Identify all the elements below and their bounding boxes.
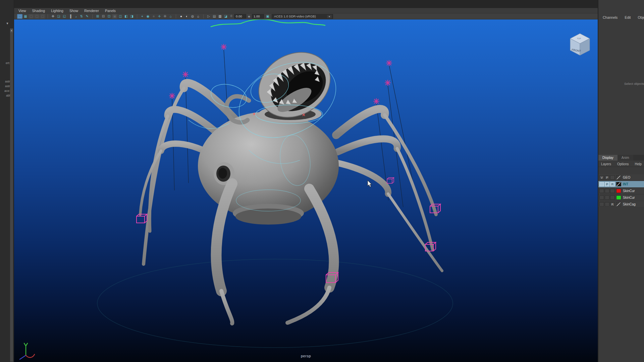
toolbar-icon[interactable]: ❊ — [162, 14, 168, 19]
toolbar-icon[interactable]: ◨ — [129, 14, 135, 19]
toolbar-icon[interactable]: ▥ — [217, 14, 223, 19]
layer-playback-toggle[interactable]: P — [605, 175, 609, 180]
menu-object[interactable]: Object — [638, 15, 644, 19]
exposure-field[interactable]: 0.00 — [234, 14, 246, 18]
menu-edit[interactable]: Edit — [625, 15, 631, 19]
menu-channels[interactable]: Channels — [603, 15, 618, 19]
toolbar-icon[interactable]: ▢ — [40, 14, 45, 19]
menu-lighting[interactable]: Lighting — [48, 9, 66, 13]
layer-displaytype-toggle[interactable] — [610, 195, 615, 200]
ground-control-circle[interactable] — [97, 259, 453, 348]
gamma-field[interactable]: 1.00 — [252, 14, 264, 18]
mouse-cursor — [368, 180, 372, 187]
toolbar-icon[interactable]: ✎ — [85, 14, 90, 19]
layer-name[interactable]: SkinCag — [623, 202, 636, 206]
layer-displaytype-toggle[interactable] — [610, 175, 615, 180]
layer-name[interactable]: SkinCur — [623, 189, 635, 193]
toolbar-icon[interactable]: ⟐ — [230, 14, 232, 18]
layer-color-swatch[interactable] — [616, 182, 621, 186]
menu-help[interactable]: Help — [635, 162, 642, 166]
chevron-down-icon[interactable]: ▼ — [3, 21, 11, 26]
perspective-viewport[interactable]: FRONT TOP persp — [14, 19, 598, 362]
left-panel-scrollbar[interactable]: ▲ — [10, 28, 13, 362]
channel-box-menubar: Channels Edit Object — [598, 15, 644, 19]
colorspace-icon[interactable]: ▣ — [265, 14, 270, 19]
toolbar-icon[interactable]: ◉ — [145, 14, 151, 19]
left-cropped-panel: ▼ ▲ ert: astr astr ace: abl — [0, 0, 14, 362]
layer-displaytype-toggle[interactable] — [610, 189, 615, 193]
view-cube[interactable]: FRONT TOP — [570, 34, 590, 55]
toolbar-icon[interactable]: ◈ — [248, 15, 250, 18]
menu-panels[interactable]: Panels — [102, 9, 119, 13]
scroll-up-icon[interactable]: ▲ — [10, 28, 13, 33]
toolbar-icon[interactable]: ◪ — [223, 14, 228, 19]
layer-row-geo[interactable]: V P GEO — [598, 174, 644, 181]
toolbar-icon[interactable]: ○ — [151, 14, 156, 19]
toolbar-icon[interactable]: ◐ — [184, 14, 190, 19]
toolbar-icon[interactable]: ▢ — [34, 14, 40, 19]
layer-color-swatch[interactable] — [616, 195, 621, 200]
tab-anim[interactable]: Anim — [618, 155, 633, 161]
toolbar-icon[interactable]: ◧ — [123, 14, 129, 19]
toolbar-icon[interactable]: ⟓ — [73, 14, 78, 19]
menu-shading[interactable]: Shading — [29, 9, 48, 13]
layer-row-int[interactable]: P R INT — [598, 181, 644, 188]
layer-displaytype-toggle[interactable]: R — [610, 182, 615, 186]
toolbar-icon[interactable]: ⬚ — [17, 14, 22, 19]
layer-row-skincur-red[interactable]: SkinCur — [598, 188, 644, 194]
layer-row-skincur-green[interactable]: SkinCur — [598, 194, 644, 201]
toolbar-icon[interactable]: ⊡ — [106, 14, 112, 19]
toolbar-icon[interactable]: ⊟ — [101, 14, 106, 19]
layer-name[interactable]: INT — [623, 182, 628, 186]
toolbar-icon[interactable]: ✛ — [157, 14, 162, 19]
panel-menubar: View Shading Lighting Show Renderer Pane… — [14, 8, 598, 13]
toolbar-icon[interactable]: ▢ — [29, 14, 34, 19]
layer-name[interactable]: GEO — [623, 176, 630, 179]
toolbar-icon-group: ▷▤▥◪ — [206, 14, 228, 19]
toolbar-icon[interactable]: ⌂ — [196, 14, 201, 19]
layer-playback-toggle[interactable] — [605, 189, 609, 193]
toolbar-icon[interactable]: ▷ — [206, 14, 211, 19]
menu-options[interactable]: Options — [617, 162, 629, 166]
toolbar-icon[interactable]: ✥ — [50, 14, 56, 19]
tab-display[interactable]: Display — [598, 155, 618, 161]
camera-name-label: persp — [301, 354, 311, 358]
toolbar-icon[interactable]: ◫ — [118, 14, 123, 19]
cropped-text: ace: — [0, 89, 10, 93]
layer-row-skincag[interactable]: R SkinCag — [598, 201, 644, 208]
toolbar-icon[interactable]: ● — [178, 14, 184, 19]
layer-playback-toggle[interactable] — [605, 195, 609, 200]
toolbar-icon[interactable]: ▦ — [23, 14, 28, 19]
toolbar-icon[interactable]: ◱ — [62, 14, 67, 19]
view-transform-dropdown[interactable]: ACES 1.0 SDR-video (sRGB) ▼ — [272, 14, 333, 19]
layer-visibility-toggle[interactable] — [599, 202, 604, 206]
menu-view[interactable]: View — [15, 9, 29, 13]
toolbar-icon[interactable]: ▣ — [112, 14, 117, 19]
menu-renderer[interactable]: Renderer — [81, 9, 102, 13]
channel-box-layer-editor: Channels Edit Object Select objects in t… — [598, 0, 644, 362]
toolbar-icon[interactable]: ▐ — [67, 14, 73, 19]
layer-color-swatch[interactable] — [616, 202, 621, 206]
layer-playback-toggle[interactable] — [605, 202, 609, 206]
toolbar-icon[interactable]: ◍ — [190, 14, 195, 19]
toolbar-icon[interactable]: ⌖ — [140, 14, 145, 19]
toolbar-icon[interactable]: ⌂ — [168, 14, 173, 19]
layer-visibility-toggle[interactable] — [599, 189, 604, 193]
layer-visibility-toggle[interactable]: V — [599, 175, 604, 180]
layer-playback-toggle[interactable]: P — [605, 182, 609, 186]
selected-control-curve[interactable] — [211, 19, 325, 27]
menu-layers[interactable]: Layers — [601, 162, 611, 166]
chevron-down-icon[interactable]: ▼ — [327, 15, 332, 18]
layer-name[interactable]: SkinCur — [623, 196, 635, 199]
layer-visibility-toggle[interactable] — [599, 182, 604, 186]
layer-displaytype-toggle[interactable]: R — [610, 202, 615, 206]
toolbar-icon[interactable]: ⇅ — [79, 14, 84, 19]
toolbar-icon[interactable]: ▤ — [212, 14, 217, 19]
layer-color-swatch[interactable] — [616, 175, 621, 180]
toolbar-icon[interactable]: ⊞ — [95, 14, 100, 19]
layer-visibility-toggle[interactable] — [599, 195, 604, 200]
toolbar-icon[interactable]: ◲ — [56, 14, 61, 19]
layer-color-swatch[interactable] — [616, 189, 621, 193]
toolbar-divider — [92, 14, 93, 18]
menu-show[interactable]: Show — [66, 9, 81, 13]
